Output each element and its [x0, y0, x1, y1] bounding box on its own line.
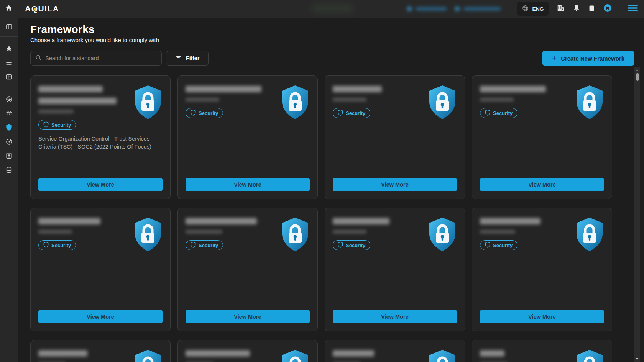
view-more-button[interactable]: View More	[333, 310, 457, 323]
view-more-button[interactable]: View More	[333, 178, 457, 191]
language-selector[interactable]: ENG	[517, 2, 549, 16]
view-more-button[interactable]: View More	[186, 178, 310, 191]
framework-card: Security View More	[325, 208, 465, 331]
badge-label: Security	[199, 110, 218, 116]
framework-title-redacted	[480, 218, 570, 224]
sidebar-item-favorites[interactable]	[0, 42, 18, 56]
framework-controls-count-redacted	[333, 230, 366, 234]
scrollbar-thumb[interactable]	[636, 73, 639, 81]
divider	[0, 87, 18, 87]
badge-label: Security	[346, 110, 365, 116]
sidebar-item-gauge[interactable]	[0, 135, 18, 149]
redacted-header-item-2[interactable]	[455, 6, 501, 11]
framework-title-redacted	[38, 86, 129, 104]
framework-title-redacted	[38, 350, 129, 357]
view-more-button[interactable]: View More	[480, 310, 604, 323]
framework-card-partial: Security View More	[472, 340, 612, 362]
organization-button[interactable]	[557, 4, 565, 14]
sidebar-item-frameworks[interactable]	[0, 121, 18, 135]
panel-toggle-icon	[5, 23, 13, 32]
sidebar-item-database[interactable]	[0, 164, 18, 178]
security-badge: Security	[333, 108, 370, 118]
framework-controls-count-redacted	[186, 98, 219, 102]
organization-icon	[557, 4, 565, 14]
sidebar-item-panel[interactable]	[0, 20, 18, 36]
badge-label: Security	[51, 242, 71, 248]
framework-card: Security View More	[177, 75, 318, 199]
framework-card: Security View More	[177, 208, 318, 331]
framework-shield-lock-icon	[575, 85, 604, 120]
filter-button[interactable]: Filter	[166, 51, 209, 66]
badge-label: Security	[51, 122, 71, 128]
gauge-icon	[5, 138, 13, 147]
framework-shield-lock-icon	[133, 349, 163, 362]
identity-badge-icon	[5, 152, 13, 161]
create-framework-label: Create New Framework	[561, 55, 624, 62]
sidebar-item-list[interactable]	[0, 56, 18, 70]
security-badge: Security	[480, 108, 518, 118]
framework-card: Security View More	[472, 75, 612, 199]
sidebar-group-modules	[0, 93, 18, 178]
framework-controls-count-redacted	[480, 98, 514, 102]
divider	[509, 4, 509, 14]
framework-title-redacted	[333, 86, 423, 92]
framework-shield-lock-icon	[428, 349, 457, 362]
sidebar-item-institution[interactable]	[0, 107, 18, 121]
topbar: AQUILAAQUILA ENG	[0, 0, 644, 18]
search-icon	[35, 54, 42, 62]
search-input[interactable]	[45, 55, 157, 61]
framework-card: Security View More	[30, 208, 171, 331]
notifications-button[interactable]	[573, 4, 580, 13]
app-logo: AQUILAAQUILA	[25, 4, 59, 13]
view-more-button[interactable]: View More	[38, 310, 163, 323]
divider	[0, 36, 18, 37]
topbar-right-cluster: ENG	[407, 2, 644, 16]
scroll-up-arrow-icon[interactable]	[636, 69, 639, 71]
redacted-center-item	[311, 4, 353, 13]
badge-shield-icon	[191, 242, 196, 249]
plus-icon: +	[552, 54, 557, 62]
docs-button[interactable]	[588, 5, 595, 13]
support-button[interactable]	[603, 3, 612, 14]
filter-label: Filter	[186, 55, 199, 61]
view-more-button[interactable]: View More	[38, 178, 163, 191]
view-more-button[interactable]: View More	[186, 310, 310, 323]
badge-shield-icon	[43, 121, 49, 129]
list-icon	[5, 59, 13, 68]
framework-title-redacted	[480, 350, 570, 357]
globe-icon	[522, 5, 529, 13]
main-menu-button[interactable]	[628, 4, 638, 13]
framework-title-redacted	[38, 218, 129, 224]
database-icon	[5, 166, 13, 175]
framework-shield-lock-icon	[133, 217, 163, 252]
search-box	[30, 51, 162, 66]
filter-icon	[175, 54, 182, 62]
home-button[interactable]	[0, 0, 18, 18]
badge-shield-icon	[43, 242, 49, 249]
framework-shield-lock-icon	[428, 85, 457, 120]
framework-shield-lock-icon	[281, 85, 310, 120]
view-more-button[interactable]: View More	[480, 178, 604, 191]
sidebar-item-identity[interactable]	[0, 149, 18, 164]
framework-card-partial: Security View More	[177, 340, 318, 362]
create-framework-button[interactable]: + Create New Framework	[542, 51, 634, 66]
framework-title-redacted	[333, 350, 423, 357]
sidebar-item-layout[interactable]	[0, 70, 18, 85]
redacted-dot-icon	[455, 6, 460, 11]
scrollbar[interactable]	[634, 67, 640, 362]
logo-q-eye-icon: Q	[31, 4, 38, 13]
page-title: Frameworks	[30, 23, 644, 36]
redacted-dot-icon	[407, 6, 412, 11]
framework-controls-count-redacted	[38, 110, 74, 113]
framework-card: Security Service Organization Control - …	[30, 75, 171, 199]
framework-card-partial: Security View More	[325, 340, 465, 362]
security-badge: Security	[186, 240, 223, 250]
scroll-down-arrow-icon[interactable]	[636, 358, 639, 360]
badge-label: Security	[493, 110, 513, 116]
framework-controls-count-redacted	[38, 230, 72, 234]
redacted-header-item-1[interactable]	[407, 6, 447, 11]
badge-shield-icon	[338, 110, 343, 117]
sidebar-item-radar[interactable]	[0, 93, 18, 107]
sidebar	[0, 18, 18, 362]
badge-label: Security	[346, 242, 365, 248]
